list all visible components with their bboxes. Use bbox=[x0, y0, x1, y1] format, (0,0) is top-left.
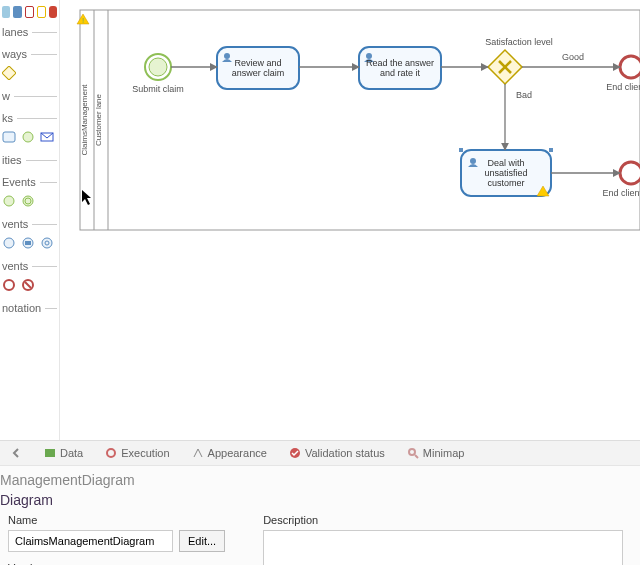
svg-point-36 bbox=[470, 158, 476, 164]
svg-text:customer: customer bbox=[487, 178, 524, 188]
end-event-good[interactable]: End client bbox=[606, 56, 640, 92]
svg-rect-46 bbox=[45, 449, 55, 457]
name-label: Name bbox=[8, 514, 225, 526]
name-input[interactable] bbox=[8, 530, 173, 552]
svg-text:Read the answer: Read the answer bbox=[366, 58, 434, 68]
svg-line-50 bbox=[415, 455, 418, 458]
warning-icon: ! bbox=[77, 14, 89, 25]
panel-tabs: Data Execution Appearance Validation sta… bbox=[0, 441, 640, 466]
svg-text:Submit claim: Submit claim bbox=[132, 84, 184, 94]
svg-text:Good: Good bbox=[562, 52, 584, 62]
svg-text:Deal with: Deal with bbox=[487, 158, 524, 168]
tool-select-icon[interactable] bbox=[2, 6, 10, 18]
svg-point-12 bbox=[4, 280, 14, 290]
inter-msg-icon[interactable] bbox=[21, 236, 35, 250]
panel-subtitle: Diagram bbox=[0, 490, 640, 514]
description-label: Description bbox=[263, 514, 623, 526]
pool-label: ClaimsManagement bbox=[80, 84, 89, 156]
tab-execution[interactable]: Execution bbox=[101, 445, 173, 461]
tool-marquee-icon[interactable] bbox=[13, 6, 21, 18]
svg-text:answer claim: answer claim bbox=[232, 68, 285, 78]
section-title: ities bbox=[2, 154, 22, 166]
end-event-bad[interactable]: End client u bbox=[602, 162, 640, 198]
pool-border[interactable] bbox=[80, 10, 640, 230]
svg-point-22 bbox=[224, 53, 230, 59]
section-title: vents bbox=[2, 260, 28, 272]
svg-point-4 bbox=[4, 196, 14, 206]
start-timer-icon[interactable] bbox=[21, 194, 35, 208]
svg-point-42 bbox=[620, 56, 640, 78]
end-event-icon[interactable] bbox=[2, 278, 16, 292]
start-event[interactable]: Submit claim bbox=[132, 54, 184, 94]
svg-point-19 bbox=[149, 58, 167, 76]
section-title: ways bbox=[2, 48, 27, 60]
svg-text:End client: End client bbox=[606, 82, 640, 92]
gateway-satisfaction[interactable]: Satisfaction level Good Bad bbox=[485, 37, 584, 100]
tool-print-icon[interactable] bbox=[49, 6, 57, 18]
tool-undo-icon[interactable] bbox=[37, 6, 46, 18]
svg-point-49 bbox=[409, 449, 415, 455]
lane-label: Customer lane bbox=[94, 93, 103, 146]
task-review[interactable]: Review and answer claim bbox=[217, 47, 299, 89]
section-title: ks bbox=[2, 112, 13, 124]
description-input[interactable] bbox=[263, 530, 623, 565]
svg-text:unsatisfied: unsatisfied bbox=[484, 168, 527, 178]
svg-rect-9 bbox=[25, 241, 31, 245]
svg-point-44 bbox=[620, 162, 640, 184]
tab-appearance[interactable]: Appearance bbox=[188, 445, 271, 461]
panel-title: ManagementDiagram bbox=[0, 466, 640, 490]
edit-button[interactable]: Edit... bbox=[179, 530, 225, 552]
svg-text:Review and: Review and bbox=[234, 58, 281, 68]
palette-section-end-events: vents bbox=[2, 258, 57, 294]
section-title: lanes bbox=[2, 26, 28, 38]
svg-point-2 bbox=[23, 132, 33, 142]
svg-text:!: ! bbox=[82, 16, 84, 25]
svg-rect-0 bbox=[2, 66, 16, 80]
tab-minimap[interactable]: Minimap bbox=[403, 445, 469, 461]
diagram-canvas[interactable]: ClaimsManagement Customer lane ! Submit … bbox=[60, 0, 640, 440]
cursor-icon bbox=[82, 190, 91, 205]
palette-toolbar bbox=[2, 2, 57, 18]
tab-back[interactable] bbox=[6, 445, 26, 461]
palette-section-activities: ities bbox=[2, 152, 57, 168]
properties-panel: Data Execution Appearance Validation sta… bbox=[0, 440, 640, 565]
task-unsatisfied[interactable]: Deal with unsatisfied customer bbox=[459, 148, 553, 196]
svg-point-47 bbox=[107, 449, 115, 457]
svg-rect-1 bbox=[3, 132, 15, 142]
start-event-icon[interactable] bbox=[2, 194, 16, 208]
palette-section-intermediate-events: vents bbox=[2, 216, 57, 252]
tab-validation[interactable]: Validation status bbox=[285, 445, 389, 461]
svg-point-10 bbox=[42, 238, 52, 248]
section-title: Events bbox=[2, 176, 36, 188]
svg-rect-37 bbox=[459, 148, 463, 152]
end-error-icon[interactable] bbox=[21, 278, 35, 292]
svg-rect-38 bbox=[549, 148, 553, 152]
svg-line-14 bbox=[25, 282, 31, 288]
svg-text:End client u: End client u bbox=[602, 188, 640, 198]
palette-section-gateways: ways bbox=[2, 46, 57, 82]
user-task-icon[interactable] bbox=[2, 130, 16, 144]
palette-section-start-events: Events bbox=[2, 174, 57, 210]
palette-section-annotation: notation bbox=[2, 300, 57, 316]
svg-text:and rate it: and rate it bbox=[380, 68, 421, 78]
svg-text:Satisfaction level: Satisfaction level bbox=[485, 37, 553, 47]
tool-delete-icon[interactable] bbox=[25, 6, 34, 18]
mail-task-icon[interactable] bbox=[40, 130, 54, 144]
palette-section-tasks: ks bbox=[2, 110, 57, 146]
tab-data[interactable]: Data bbox=[40, 445, 87, 461]
inter-timer-icon[interactable] bbox=[40, 236, 54, 250]
section-title: notation bbox=[2, 302, 41, 314]
gateway-exclusive-icon[interactable] bbox=[2, 66, 16, 80]
task-read-rate[interactable]: Read the answer and rate it bbox=[359, 47, 441, 89]
inter-event-icon[interactable] bbox=[2, 236, 16, 250]
svg-point-7 bbox=[4, 238, 14, 248]
palette-section-flow: w bbox=[2, 88, 57, 104]
receive-task-icon[interactable] bbox=[21, 130, 35, 144]
svg-text:Bad: Bad bbox=[516, 90, 532, 100]
section-title: w bbox=[2, 90, 10, 102]
section-title: vents bbox=[2, 218, 28, 230]
palette-section-lanes: lanes bbox=[2, 24, 57, 40]
